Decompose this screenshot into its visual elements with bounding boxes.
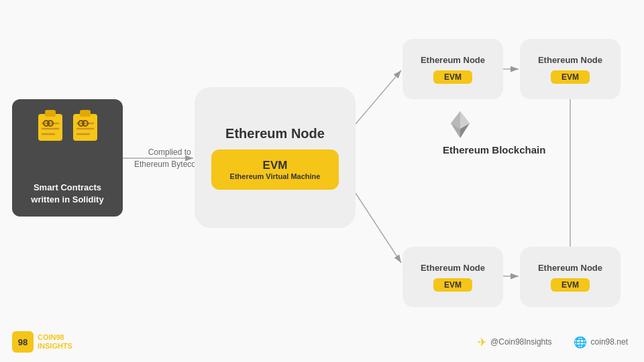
footer-website: 🌐 coin98.net	[574, 336, 628, 349]
svg-rect-8	[45, 110, 56, 117]
logo-text: COIN98 INSIGHTS	[38, 333, 72, 351]
node-top-right-badge: EVM	[551, 70, 590, 84]
svg-rect-15	[80, 110, 91, 117]
node-top-left-title: Ethereum Node	[421, 55, 485, 65]
smart-contracts-box: Smart Contracts written in Solidity	[12, 99, 123, 217]
node-top-left-badge: EVM	[433, 70, 472, 84]
footer-telegram: ✈ @Coin98Insights	[478, 336, 552, 349]
svg-rect-14	[73, 114, 97, 141]
main-node-title: Ethereum Node	[225, 126, 325, 141]
node-bottom-left: Ethereum Node EVM	[402, 247, 503, 307]
footer-logo: 98 COIN98 INSIGHTS	[12, 331, 72, 353]
node-bottom-left-badge: EVM	[433, 278, 472, 292]
main-node-box: Ethereum Node EVM Ethereum Virtual Machi…	[195, 87, 356, 228]
globe-icon: 🌐	[574, 336, 587, 349]
main-evm-box: EVM Ethereum Virtual Machine	[211, 149, 339, 190]
node-bottom-left-title: Ethereum Node	[421, 263, 485, 273]
blockchain-label: Ethereum Blockchain	[443, 144, 545, 156]
node-top-right-title: Ethereum Node	[538, 55, 602, 65]
node-bottom-right-title: Ethereum Node	[538, 263, 602, 273]
node-top-left: Ethereum Node EVM	[402, 39, 503, 99]
svg-line-4	[356, 193, 401, 263]
clipboard-icons	[36, 109, 100, 143]
footer: 98 COIN98 INSIGHTS ✈ @Coin98Insights 🌐 c…	[0, 331, 644, 353]
node-bottom-right: Ethereum Node EVM	[520, 247, 621, 307]
telegram-icon: ✈	[478, 336, 486, 349]
svg-line-2	[356, 70, 401, 124]
main-evm-title: EVM	[230, 159, 321, 172]
eth-diamond-icon	[444, 109, 476, 143]
node-top-right: Ethereum Node EVM	[520, 39, 621, 99]
diagram: Smart Contracts written in Solidity Comp…	[0, 0, 644, 362]
svg-rect-7	[38, 114, 62, 141]
logo-badge: 98	[12, 331, 34, 353]
clipboard-icon-1	[36, 109, 65, 143]
footer-links: ✈ @Coin98Insights 🌐 coin98.net	[478, 336, 628, 349]
clipboard-icon-2	[70, 109, 100, 143]
main-evm-subtitle: Ethereum Virtual Machine	[230, 172, 321, 180]
node-bottom-right-badge: EVM	[551, 278, 590, 292]
smart-contracts-label: Smart Contracts written in Solidity	[31, 182, 103, 206]
